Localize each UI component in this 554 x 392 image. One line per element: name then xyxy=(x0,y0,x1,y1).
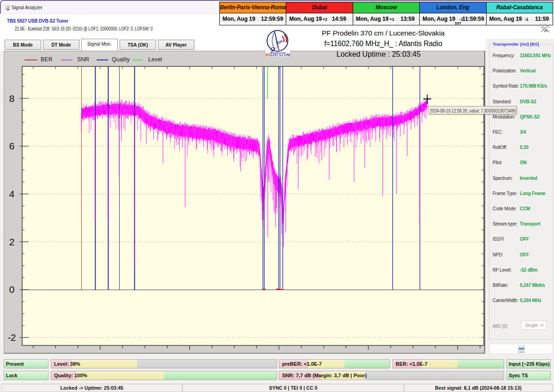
svg-text:-2: -2 xyxy=(8,332,16,343)
svg-text:8: 8 xyxy=(9,93,14,104)
svg-text:4: 4 xyxy=(9,189,15,199)
svg-text:6: 6 xyxy=(9,141,14,151)
svg-text:2: 2 xyxy=(9,237,14,247)
svg-text:0: 0 xyxy=(9,284,14,295)
